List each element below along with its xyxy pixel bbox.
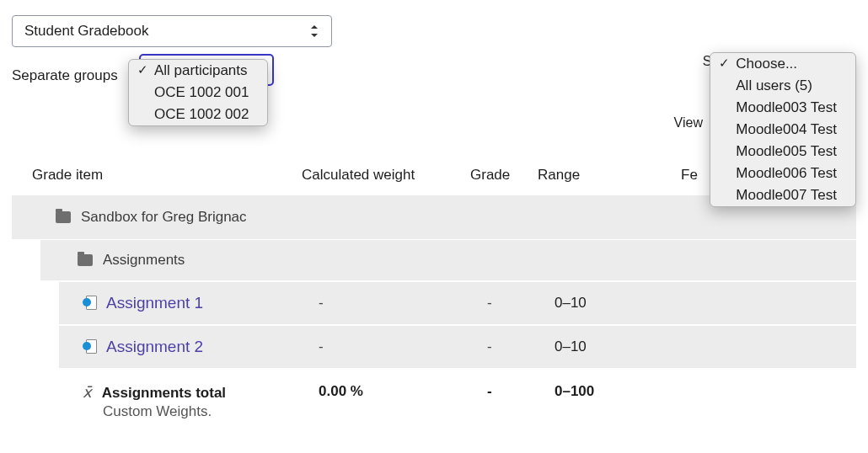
col-range: Range	[538, 167, 681, 184]
cell-weight: -	[319, 295, 487, 312]
total-sub: Custom Weights.	[103, 403, 319, 420]
assignment-name: Assignment 2	[106, 338, 203, 356]
groups-option-1[interactable]: OCE 1002 001	[129, 82, 267, 104]
user-option-all[interactable]: All users (5)	[710, 75, 855, 97]
col-grade: Grade	[470, 167, 538, 184]
folder-icon	[78, 254, 93, 266]
cell-weight: -	[319, 338, 487, 355]
user-option-5[interactable]: Moodle007 Test	[710, 184, 855, 206]
assignment-icon	[83, 338, 98, 356]
table-row: Assignment 2 - - 0–10	[59, 326, 856, 370]
assignment-name: Assignment 1	[106, 294, 203, 312]
user-option-3[interactable]: Moodle005 Test	[710, 141, 855, 163]
report-select-value: Student Gradebook	[24, 23, 148, 40]
groups-option-all[interactable]: All participants	[129, 60, 267, 82]
table-row: Assignment 1 - - 0–10	[59, 282, 856, 326]
user-option-1[interactable]: Moodle003 Test	[710, 97, 855, 119]
user-dropdown[interactable]: Choose... All users (5) Moodle003 Test M…	[710, 52, 856, 207]
user-option-choose[interactable]: Choose...	[710, 53, 855, 75]
total-weight: 0.00 %	[319, 383, 487, 400]
folder-icon	[56, 211, 71, 223]
xbar-icon	[83, 383, 98, 402]
report-select[interactable]: Student Gradebook	[12, 15, 332, 47]
cell-range: 0–10	[555, 295, 698, 312]
groups-option-2[interactable]: OCE 1002 002	[129, 104, 267, 125]
assignments-category-row: Assignments	[40, 240, 856, 282]
groups-dropdown[interactable]: All participants OCE 1002 001 OCE 1002 0…	[128, 59, 268, 126]
view-label: View	[674, 115, 703, 131]
total-name: Assignments total	[102, 385, 226, 401]
sort-arrows-icon	[309, 25, 319, 37]
assignment-link-2[interactable]: Assignment 2	[83, 338, 319, 356]
category-name: Assignments	[103, 252, 185, 269]
groups-label: Separate groups	[12, 62, 118, 84]
user-option-4[interactable]: Moodle006 Test	[710, 163, 855, 184]
assignment-icon	[83, 294, 98, 312]
cell-grade: -	[487, 338, 555, 355]
col-weight: Calculated weight	[302, 167, 470, 184]
total-grade: -	[487, 383, 555, 400]
user-option-2[interactable]: Moodle004 Test	[710, 119, 855, 141]
cell-grade: -	[487, 295, 555, 312]
total-row: Assignments total Custom Weights. 0.00 %…	[59, 370, 856, 430]
assignment-link-1[interactable]: Assignment 1	[83, 294, 319, 312]
total-range: 0–100	[555, 383, 698, 400]
cell-range: 0–10	[555, 338, 698, 355]
course-name: Sandbox for Greg Brignac	[81, 209, 247, 226]
col-item: Grade item	[32, 167, 302, 184]
